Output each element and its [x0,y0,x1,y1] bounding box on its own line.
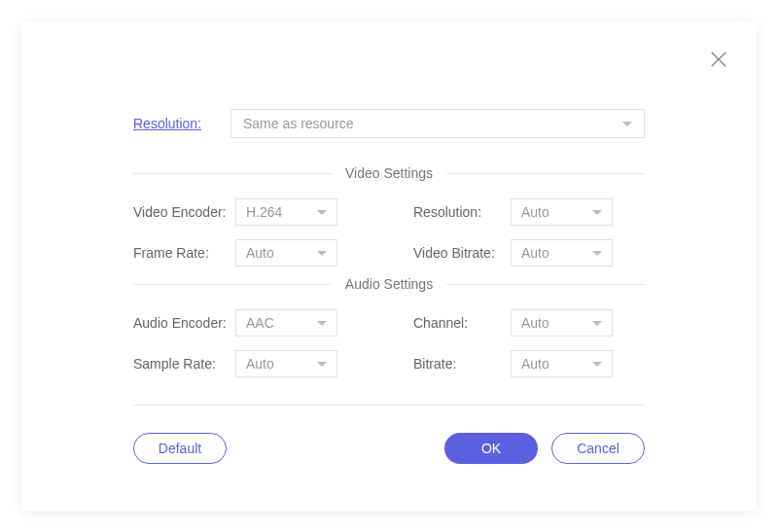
video-bitrate-label: Video Bitrate: [413,245,511,261]
sample-rate-row: Sample Rate: Auto [133,350,365,377]
frame-rate-select[interactable]: Auto [235,239,337,266]
video-resolution-label: Resolution: [413,204,511,220]
audio-encoder-row: Audio Encoder: AAC [133,309,365,337]
audio-bitrate-select[interactable]: Auto [511,350,613,377]
video-bitrate-row: Video Bitrate: Auto [413,239,645,266]
frame-rate-row: Frame Rate: Auto [133,239,365,266]
video-bitrate-value: Auto [521,245,549,261]
divider [133,284,332,285]
video-encoder-select[interactable]: H.264 [235,198,337,226]
video-section-header: Video Settings [133,165,645,181]
sample-rate-value: Auto [246,356,274,372]
chevron-down-icon [592,362,602,367]
chevron-down-icon [592,321,602,326]
chevron-down-icon [622,122,632,126]
top-resolution-label: Resolution: [133,116,211,131]
audio-settings-grid: Audio Encoder: AAC Channel: Auto Sample … [133,309,645,377]
sample-rate-select[interactable]: Auto [235,350,337,377]
chevron-down-icon [317,321,327,326]
audio-encoder-value: AAC [246,315,274,331]
close-button[interactable] [708,49,729,70]
settings-dialog: Resolution: Same as resource Video Setti… [21,21,757,511]
audio-bitrate-label: Bitrate: [413,356,511,372]
frame-rate-label: Frame Rate: [133,245,235,261]
video-resolution-select[interactable]: Auto [511,198,613,226]
top-resolution-select[interactable]: Same as resource [230,109,645,138]
video-encoder-label: Video Encoder: [133,204,235,220]
ok-button[interactable]: OK [444,433,538,464]
chevron-down-icon [592,251,602,256]
button-row: Default OK Cancel [133,406,645,464]
video-resolution-value: Auto [521,204,549,220]
cancel-button[interactable]: Cancel [551,433,645,464]
chevron-down-icon [317,251,327,256]
video-encoder-row: Video Encoder: H.264 [133,198,365,226]
default-button[interactable]: Default [133,433,227,464]
audio-channel-label: Channel: [413,315,511,331]
frame-rate-value: Auto [246,245,274,261]
sample-rate-label: Sample Rate: [133,356,235,372]
top-resolution-value: Same as resource [243,116,354,131]
audio-section-title: Audio Settings [332,276,446,292]
video-section-title: Video Settings [332,165,446,181]
audio-section-header: Audio Settings [133,276,645,292]
audio-channel-row: Channel: Auto [413,309,645,337]
top-resolution-row: Resolution: Same as resource [133,109,645,138]
audio-bitrate-row: Bitrate: Auto [413,350,645,377]
video-resolution-row: Resolution: Auto [413,198,645,226]
chevron-down-icon [317,362,327,367]
divider [133,173,332,174]
video-bitrate-select[interactable]: Auto [511,239,613,266]
dialog-content: Resolution: Same as resource Video Setti… [21,60,757,464]
divider [446,284,645,285]
chevron-down-icon [592,210,602,215]
video-encoder-value: H.264 [246,204,282,220]
chevron-down-icon [317,210,327,215]
divider [446,173,645,174]
close-icon [708,49,729,70]
audio-bitrate-value: Auto [521,356,549,372]
video-settings-grid: Video Encoder: H.264 Resolution: Auto Fr… [133,198,645,266]
audio-channel-select[interactable]: Auto [511,309,613,337]
audio-encoder-label: Audio Encoder: [133,315,235,331]
audio-encoder-select[interactable]: AAC [235,309,337,337]
audio-channel-value: Auto [521,315,549,331]
